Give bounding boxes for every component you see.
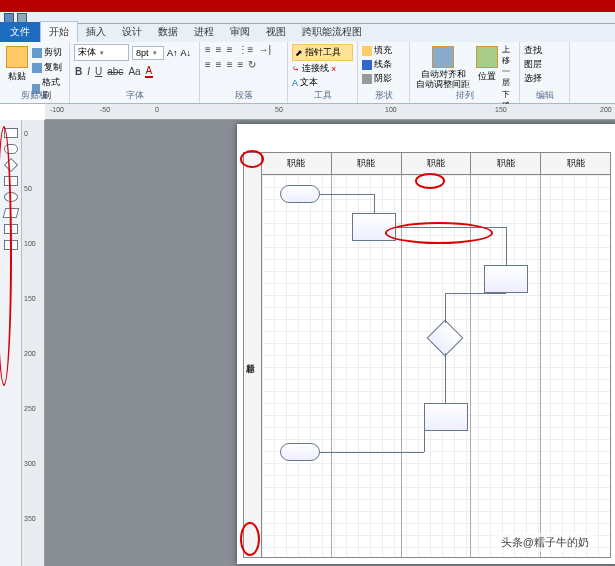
copy-button[interactable]: 复制 (32, 61, 65, 74)
terminator-shape[interactable] (280, 443, 320, 461)
lane[interactable] (541, 175, 610, 557)
text-tool-button[interactable]: A文本 (292, 76, 353, 89)
shadow-icon (362, 74, 372, 84)
line-button[interactable]: 线条 (362, 58, 405, 71)
group-shape-label: 形状 (358, 89, 409, 102)
connector[interactable] (374, 194, 375, 213)
fill-button[interactable]: 填充 (362, 44, 405, 57)
annotation-circle (385, 222, 493, 244)
connector[interactable] (424, 431, 425, 452)
font-size-combo[interactable]: 8pt (132, 46, 164, 60)
watermark: 头条@糯子牛的奶 (495, 533, 595, 552)
align-right-icon[interactable]: ≡ (226, 59, 234, 70)
close-icon[interactable]: × (331, 64, 336, 74)
connector[interactable] (445, 293, 506, 294)
bullets-icon[interactable]: ⋮≡ (237, 44, 255, 55)
tab-home[interactable]: 开始 (40, 21, 78, 42)
bold-button[interactable]: B (74, 66, 83, 77)
title-bar (0, 0, 615, 12)
connector[interactable] (445, 293, 446, 323)
underline-button[interactable]: U (94, 66, 103, 77)
connector[interactable] (320, 194, 374, 195)
find-button[interactable]: 查找 (524, 44, 565, 57)
annotation-circle (240, 522, 260, 556)
tab-design[interactable]: 设计 (114, 22, 150, 42)
indent-icon[interactable]: →| (257, 44, 272, 55)
align-top-icon[interactable]: ≡ (204, 44, 212, 55)
lane[interactable] (262, 175, 332, 557)
select-button[interactable]: 选择 (524, 72, 565, 85)
connector[interactable] (320, 452, 424, 453)
group-clipboard-label: 剪贴板 (0, 89, 69, 102)
tab-review[interactable]: 审阅 (222, 22, 258, 42)
save-icon[interactable] (4, 13, 14, 23)
annotation-circle (415, 173, 445, 189)
pointer-tool-button[interactable]: ⬈指针工具 (292, 44, 353, 61)
line-icon (362, 60, 372, 70)
ribbon-tabs: 文件 开始 插入 设计 数据 进程 审阅 视图 跨职能流程图 (0, 24, 615, 42)
paste-label: 粘贴 (8, 70, 26, 83)
connector-icon: ⤷ (292, 64, 300, 74)
fill-icon (362, 46, 372, 56)
group-paragraph-label: 段落 (200, 89, 287, 102)
group-arrange-label: 排列 (410, 89, 519, 102)
connector-tool-button[interactable]: ⤷连接线× (292, 62, 353, 75)
copy-icon (32, 63, 42, 73)
autoalign-icon (432, 46, 454, 68)
lane-header[interactable]: 职能 (402, 153, 472, 174)
justify-icon[interactable]: ≡ (237, 59, 245, 70)
lane-header[interactable]: 职能 (541, 153, 610, 174)
text-icon: A (292, 78, 298, 88)
group-tools-label: 工具 (288, 89, 357, 102)
swimlane-title[interactable]: 标题 (244, 153, 262, 557)
process-shape[interactable] (424, 403, 468, 431)
rotate-icon[interactable]: ↻ (247, 59, 257, 70)
shadow-button[interactable]: 阴影 (362, 72, 405, 85)
vertical-ruler: 0 50 100 150 200 250 300 350 (22, 120, 45, 566)
align-bot-icon[interactable]: ≡ (226, 44, 234, 55)
cut-button[interactable]: 剪切 (32, 46, 65, 59)
tab-view[interactable]: 视图 (258, 22, 294, 42)
align-center-icon[interactable]: ≡ (215, 59, 223, 70)
lane-header[interactable]: 职能 (332, 153, 402, 174)
tab-data[interactable]: 数据 (150, 22, 186, 42)
group-edit-label: 编辑 (520, 89, 569, 102)
align-mid-icon[interactable]: ≡ (215, 44, 223, 55)
canvas[interactable]: 标题 职能 职能 职能 职能 职能 (45, 120, 615, 566)
tab-file[interactable]: 文件 (0, 22, 40, 42)
font-color-button[interactable]: A (145, 65, 154, 78)
bring-forward-button[interactable]: 上移一层 (502, 44, 515, 88)
increase-font-icon[interactable]: A↑ (167, 48, 178, 58)
swimlane-headers: 职能 职能 职能 职能 职能 (262, 153, 610, 175)
tab-crossfunc[interactable]: 跨职能流程图 (294, 22, 370, 42)
undo-icon[interactable] (17, 13, 27, 23)
pointer-icon: ⬈ (295, 48, 303, 58)
italic-button[interactable]: I (86, 66, 91, 77)
tab-process[interactable]: 进程 (186, 22, 222, 42)
tab-insert[interactable]: 插入 (78, 22, 114, 42)
terminator-shape[interactable] (280, 185, 320, 203)
page[interactable]: 标题 职能 职能 职能 职能 职能 (237, 124, 615, 564)
strike-button[interactable]: abc (106, 66, 124, 77)
connector[interactable] (506, 227, 507, 265)
font-name-combo[interactable]: 宋体 (74, 44, 129, 61)
paste-icon (6, 46, 28, 68)
process-shape[interactable] (484, 265, 528, 293)
connector[interactable] (445, 353, 446, 403)
decrease-font-icon[interactable]: A↓ (181, 48, 192, 58)
swimlane-container[interactable]: 标题 职能 职能 职能 职能 职能 (243, 152, 611, 558)
cut-icon (32, 48, 42, 58)
position-icon (476, 46, 498, 68)
lane-header[interactable]: 职能 (471, 153, 541, 174)
layer-button[interactable]: 图层 (524, 58, 565, 71)
annotation-circle (240, 150, 264, 168)
ribbon: 粘贴 剪切 复制 格式刷 剪贴板 宋体 8pt A↑ A↓ B I U abc … (0, 42, 615, 104)
group-font-label: 字体 (70, 89, 199, 102)
align-left-icon[interactable]: ≡ (204, 59, 212, 70)
lane-header[interactable]: 职能 (262, 153, 332, 174)
font-size-label: Aa (127, 66, 141, 77)
horizontal-ruler: -100 -50 0 50 100 150 200 (45, 104, 615, 120)
